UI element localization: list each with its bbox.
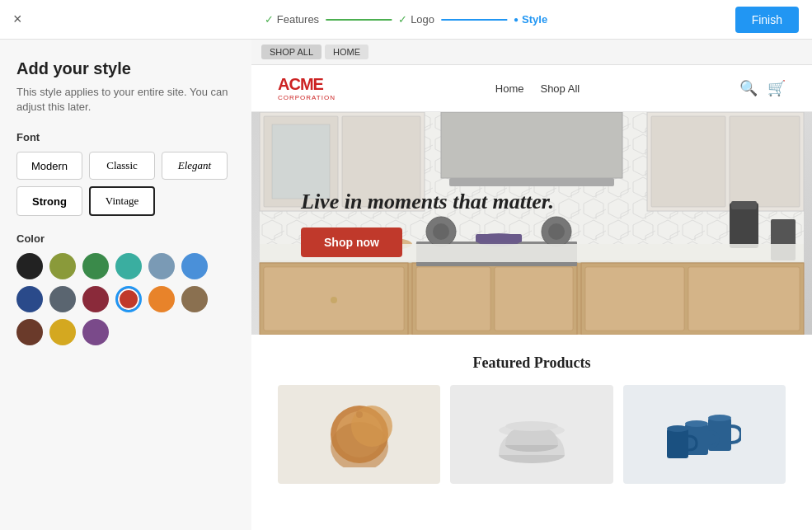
svg-point-52 [667,425,688,432]
svg-rect-36 [731,201,757,209]
product-card-mugs[interactable] [623,385,786,484]
top-bar: × ✓ Features ✓ Logo ● Style Finish [0,0,812,40]
cutting-board-image [326,401,392,467]
step-style: ● Style [514,13,547,26]
mugs-image [667,406,741,463]
site-header: ACME CORPORATION Home Shop All 🔍 🛒 [251,65,812,112]
svg-point-42 [351,406,392,447]
site-nav-icons: 🔍 🛒 [739,79,786,97]
svg-point-46 [505,421,558,431]
hero-section: Live in moments that matter. Shop now [251,112,812,335]
preview-tabs: SHOP ALL HOME [251,40,812,65]
svg-point-50 [685,420,708,427]
hero-title: Live in moments that matter. [301,190,554,214]
font-elegant[interactable]: Elegant [162,152,228,180]
finish-button[interactable]: Finish [735,7,799,33]
font-options: Modern Classic Elegant Strong Vintage [16,152,235,216]
svg-rect-22 [495,267,573,331]
svg-rect-25 [688,267,800,331]
check-icon-features: ✓ [265,13,274,26]
color-teal[interactable] [115,253,142,279]
font-modern[interactable]: Modern [16,152,82,180]
right-preview: SHOP ALL HOME ACME CORPORATION Home Shop… [251,40,812,530]
color-orange[interactable] [148,286,175,312]
product-card-bowls[interactable] [450,385,613,484]
tab-home[interactable]: HOME [325,45,368,59]
color-yellow[interactable] [49,319,76,345]
cart-icon[interactable]: 🛒 [767,79,786,97]
panel-description: This style applies to your entire site. … [16,85,235,115]
svg-rect-51 [667,429,688,458]
hero-shop-now-button[interactable]: Shop now [301,227,402,257]
color-green[interactable] [82,253,109,279]
site-logo: ACME CORPORATION [278,75,336,101]
nav-shop-all[interactable]: Shop All [540,82,580,95]
hero-overlay: Live in moments that matter. Shop now [251,190,603,257]
font-strong[interactable]: Strong [16,186,82,216]
site-nav: Home Shop All [495,82,580,95]
svg-point-48 [708,415,731,421]
color-sky-blue[interactable] [181,253,208,279]
svg-rect-35 [730,203,758,248]
color-tan[interactable] [181,286,208,312]
color-gray[interactable] [49,286,76,312]
color-purple[interactable] [82,319,109,345]
step-line-2 [441,19,507,21]
font-section-label: Font [16,131,235,143]
svg-rect-11 [730,116,800,207]
step-line-1 [326,19,392,21]
left-panel: Add your style This style applies to you… [0,40,251,530]
color-slate-blue[interactable] [148,253,175,279]
color-black[interactable] [16,253,43,279]
preview-content: ACME CORPORATION Home Shop All 🔍 🛒 [251,65,812,504]
panel-title: Add your style [16,59,235,78]
color-maroon[interactable] [82,286,109,312]
svg-rect-24 [585,267,684,331]
font-classic[interactable]: Classic [89,152,155,180]
search-icon[interactable]: 🔍 [739,79,758,97]
svg-rect-8 [272,124,330,199]
check-icon-logo: ✓ [398,13,407,26]
step-features: ✓ Features [265,13,319,26]
tab-shop-all[interactable]: SHOP ALL [261,45,322,59]
color-red[interactable] [115,286,142,312]
color-olive[interactable] [49,253,76,279]
product-card-cutting-boards[interactable] [278,385,440,484]
color-grid [16,253,235,345]
svg-rect-21 [416,267,490,331]
featured-section: Featured Products [251,335,812,504]
color-navy[interactable] [16,286,43,312]
color-section-label: Color [16,232,235,245]
nav-home[interactable]: Home [495,82,524,95]
color-brown[interactable] [16,319,43,345]
color-section: Color [16,232,235,345]
svg-rect-12 [441,112,622,178]
svg-point-19 [331,297,337,303]
dot-icon-style: ● [514,15,519,24]
featured-title: Featured Products [278,354,786,372]
svg-rect-13 [449,178,614,186]
main-content: Add your style This style applies to you… [0,40,812,530]
font-vintage[interactable]: Vintage [89,186,155,216]
close-button[interactable]: × [13,11,22,28]
svg-rect-10 [651,116,725,207]
bowls-image [495,406,569,463]
step-logo: ✓ Logo [398,13,434,26]
product-grid [278,385,786,484]
progress-steps: ✓ Features ✓ Logo ● Style [265,13,547,26]
